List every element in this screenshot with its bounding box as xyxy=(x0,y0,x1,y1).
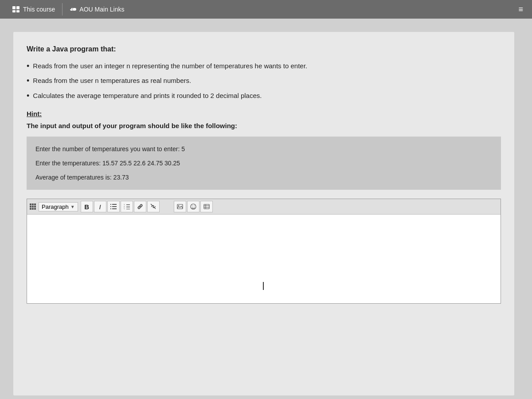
svg-rect-15 xyxy=(126,209,130,209)
svg-rect-6 xyxy=(110,206,111,207)
svg-point-21 xyxy=(194,206,195,207)
bullet-item-1: Reads from the user an integer n represe… xyxy=(27,61,501,71)
svg-text:3.: 3. xyxy=(124,208,125,209)
text-editor: Paragraph ▼ B I xyxy=(27,199,501,304)
image-icon xyxy=(177,204,183,209)
svg-point-20 xyxy=(192,206,193,207)
aou-links-nav[interactable]: AOU Main Links xyxy=(63,0,131,19)
link-icon xyxy=(137,203,143,210)
svg-rect-5 xyxy=(112,204,117,205)
links-icon xyxy=(70,6,77,13)
text-cursor xyxy=(263,282,264,290)
paragraph-label: Paragraph xyxy=(42,203,69,210)
media-icon xyxy=(203,204,210,209)
unlink-icon xyxy=(150,203,156,210)
unordered-list-icon xyxy=(110,204,117,209)
bullet-item-2: Reads from the user n temperatures as re… xyxy=(27,76,501,86)
io-line-1: Enter the number of temperatures you wan… xyxy=(35,142,492,156)
top-navigation: This course AOU Main Links ≡ xyxy=(0,0,532,19)
svg-rect-22 xyxy=(204,204,209,209)
bullet-item-3: Calculates the average temperature and p… xyxy=(27,91,501,101)
insert-image-button[interactable] xyxy=(174,201,186,212)
svg-rect-9 xyxy=(112,208,117,209)
menu-icon: ≡ xyxy=(518,5,523,14)
editor-toolbar: Paragraph ▼ B I xyxy=(27,199,501,215)
editor-body[interactable] xyxy=(27,215,501,303)
svg-rect-8 xyxy=(110,208,111,209)
svg-rect-3 xyxy=(16,10,20,12)
bullet-item-1-text: Reads from the user an integer n represe… xyxy=(33,61,307,71)
svg-line-16 xyxy=(151,204,152,205)
ordered-list-icon: 1. 2. 3. xyxy=(124,204,130,209)
spacer-button xyxy=(160,201,173,212)
hint-label: Hint: xyxy=(27,110,501,117)
bullet-list: Reads from the user an integer n represe… xyxy=(27,61,501,101)
bold-button[interactable]: B xyxy=(81,201,93,212)
bullet-item-3-text: Calculates the average temperature and p… xyxy=(33,91,262,101)
io-header: The input and output of your program sho… xyxy=(27,122,501,129)
link-button[interactable] xyxy=(134,201,146,212)
main-content: Write a Java program that: Reads from th… xyxy=(0,19,532,399)
svg-rect-13 xyxy=(126,207,130,207)
svg-rect-2 xyxy=(12,10,16,12)
svg-rect-7 xyxy=(112,206,117,207)
emoji-icon xyxy=(190,203,196,210)
emoji-button[interactable] xyxy=(187,201,200,212)
unordered-list-button[interactable] xyxy=(107,201,120,212)
paragraph-select[interactable]: Paragraph ▼ xyxy=(39,202,78,211)
question-title: Write a Java program that: xyxy=(27,45,501,53)
svg-point-18 xyxy=(178,205,179,206)
svg-rect-4 xyxy=(110,204,111,205)
aou-links-label: AOU Main Links xyxy=(79,6,124,13)
menu-toggle[interactable]: ≡ xyxy=(518,5,528,14)
bullet-item-2-text: Reads from the user n temperatures as re… xyxy=(33,76,191,86)
io-line-2: Enter the temperatures: 15.57 25.5 22.6 … xyxy=(35,156,492,170)
this-course-label: This course xyxy=(23,6,55,13)
svg-rect-1 xyxy=(16,6,20,9)
italic-button[interactable]: I xyxy=(94,201,106,212)
content-card: Write a Java program that: Reads from th… xyxy=(13,32,514,395)
chevron-down-icon: ▼ xyxy=(70,204,75,209)
courses-icon xyxy=(12,5,20,13)
io-example-block: Enter the number of temperatures you wan… xyxy=(27,137,501,190)
svg-rect-0 xyxy=(12,6,16,9)
media-button[interactable] xyxy=(200,201,213,212)
unlink-button[interactable] xyxy=(147,201,160,212)
io-line-3: Average of temperatures is: 23.73 xyxy=(35,170,492,184)
ordered-list-button[interactable]: 1. 2. 3. xyxy=(121,201,133,212)
svg-rect-11 xyxy=(126,204,130,205)
this-course-nav[interactable]: This course xyxy=(4,0,62,19)
grid-icon[interactable] xyxy=(30,203,36,210)
